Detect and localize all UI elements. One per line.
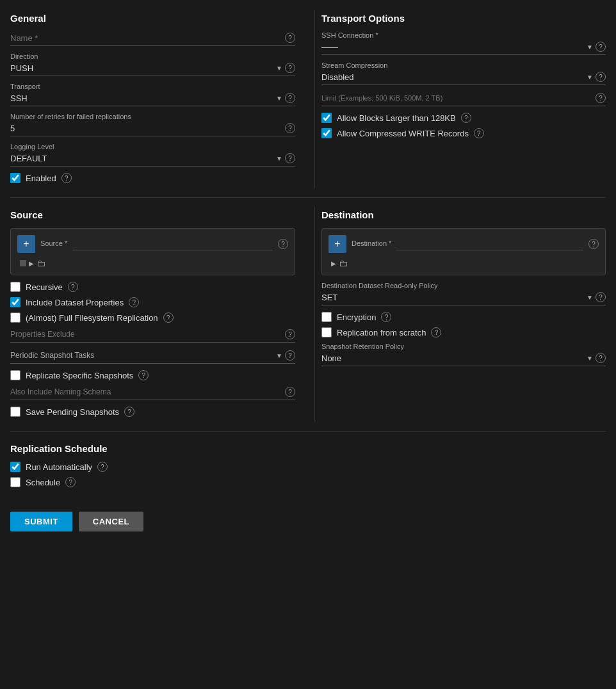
full-filesystem-row: (Almost) Full Filesystem Replication ? xyxy=(10,312,295,323)
source-field-label: Source * xyxy=(40,239,67,247)
enabled-help-icon[interactable]: ? xyxy=(61,173,72,183)
retention-select[interactable]: None Same as Source Custom xyxy=(321,353,587,363)
encryption-label: Encryption xyxy=(337,312,376,322)
full-filesystem-help-icon[interactable]: ? xyxy=(163,312,174,323)
include-dataset-help-icon[interactable]: ? xyxy=(129,297,139,307)
dest-field-label: Destination * xyxy=(352,239,391,247)
source-box: + Source * ? ▶ 🗀 xyxy=(10,228,295,275)
transport-help-icon[interactable]: ? xyxy=(285,93,295,103)
form-buttons: SUBMIT CANCEL xyxy=(10,505,606,531)
schedule-title: Replication Schedule xyxy=(10,443,606,454)
ssh-help-icon[interactable]: ? xyxy=(596,42,606,52)
logging-help-icon[interactable]: ? xyxy=(285,153,295,163)
readonly-select[interactable]: SET REQUIRE IGNORE xyxy=(321,293,587,302)
encryption-checkbox[interactable] xyxy=(321,312,332,322)
run-auto-help-icon[interactable]: ? xyxy=(97,462,108,472)
schedule-checkbox[interactable] xyxy=(10,477,20,487)
name-input[interactable] xyxy=(10,33,285,43)
allow-compressed-help-icon[interactable]: ? xyxy=(474,128,484,138)
run-auto-checkbox[interactable] xyxy=(10,462,20,472)
cancel-button[interactable]: CANCEL xyxy=(79,512,143,531)
stream-help-icon[interactable]: ? xyxy=(596,72,606,82)
ssh-select[interactable]: —— xyxy=(321,42,587,52)
naming-schema-help-icon[interactable]: ? xyxy=(285,387,295,397)
transport-label: Transport xyxy=(10,83,295,90)
schedule-help-icon[interactable]: ? xyxy=(65,477,76,487)
retries-label: Number of retries for failed replication… xyxy=(10,113,295,120)
save-pending-checkbox[interactable] xyxy=(10,407,20,417)
source-add-button[interactable]: + xyxy=(17,235,35,253)
limit-input[interactable] xyxy=(321,94,596,102)
allow-blocks-help-icon[interactable]: ? xyxy=(461,113,471,123)
allow-blocks-checkbox[interactable] xyxy=(321,113,332,123)
source-tree-arrow[interactable]: ▶ xyxy=(29,260,34,267)
replication-scratch-help-icon[interactable]: ? xyxy=(431,327,441,337)
retention-help-icon[interactable]: ? xyxy=(596,353,606,363)
recursive-checkbox[interactable] xyxy=(10,282,20,292)
destination-add-button[interactable]: + xyxy=(328,235,346,253)
allow-compressed-row: Allow Compressed WRITE Records ? xyxy=(321,128,606,138)
general-title: General xyxy=(10,13,295,24)
replicate-specific-help-icon[interactable]: ? xyxy=(138,370,149,380)
stream-dropdown-arrow: ▼ xyxy=(587,74,593,81)
retries-help-icon[interactable]: ? xyxy=(285,123,295,133)
allow-blocks-label: Allow Blocks Larger than 128KB xyxy=(337,113,456,123)
recursive-help-icon[interactable]: ? xyxy=(68,282,78,292)
properties-exclude-group: ? xyxy=(10,328,295,343)
recursive-row: Recursive ? xyxy=(10,282,295,292)
schedule-row: Schedule ? xyxy=(10,477,606,487)
readonly-help-icon[interactable]: ? xyxy=(596,292,606,302)
destination-help-icon[interactable]: ? xyxy=(588,239,599,249)
enabled-row: Enabled ? xyxy=(10,173,295,183)
schedule-section: Replication Schedule Run Automatically ?… xyxy=(10,441,606,492)
source-help-icon[interactable]: ? xyxy=(278,239,288,249)
retries-field-group: Number of retries for failed replication… xyxy=(10,113,295,136)
retries-input[interactable] xyxy=(10,124,285,133)
readonly-field-group: Destination Dataset Read-only Policy SET… xyxy=(321,282,606,305)
readonly-dropdown-arrow: ▼ xyxy=(587,294,593,301)
logging-select[interactable]: DEFAULT DEBUG INFO WARNING ERROR CRITICA… xyxy=(10,154,276,163)
include-dataset-checkbox[interactable] xyxy=(10,297,20,307)
stream-select[interactable]: Disabled LZ4 PIGZ PLZIP XZ xyxy=(321,72,587,82)
direction-field-group: Direction PUSH PULL ▼ ? xyxy=(10,53,295,76)
stream-label: Stream Compression xyxy=(321,61,606,69)
properties-exclude-help-icon[interactable]: ? xyxy=(285,329,295,339)
periodic-help-icon[interactable]: ? xyxy=(285,350,295,361)
transport-select[interactable]: SSH NETCAT LOCAL xyxy=(10,93,276,103)
source-title: Source xyxy=(10,209,295,220)
allow-compressed-checkbox[interactable] xyxy=(321,128,332,138)
encryption-help-icon[interactable]: ? xyxy=(381,312,391,322)
source-tree-square xyxy=(20,260,26,266)
save-pending-row: Save Pending Snapshots ? xyxy=(10,407,295,417)
name-field-group: ? xyxy=(10,31,295,46)
stream-field-group: Stream Compression Disabled LZ4 PIGZ PLZ… xyxy=(321,61,606,85)
limit-field-group: ? xyxy=(321,92,606,106)
destination-input[interactable] xyxy=(396,238,583,250)
full-filesystem-checkbox[interactable] xyxy=(10,312,20,323)
run-auto-label: Run Automatically xyxy=(26,462,92,472)
limit-help-icon[interactable]: ? xyxy=(596,93,606,103)
source-input[interactable] xyxy=(72,238,273,250)
save-pending-help-icon[interactable]: ? xyxy=(124,407,134,417)
schedule-label: Schedule xyxy=(26,478,60,487)
replicate-specific-checkbox[interactable] xyxy=(10,370,20,380)
properties-exclude-input[interactable] xyxy=(10,330,285,339)
direction-select[interactable]: PUSH PULL xyxy=(10,63,276,73)
enabled-checkbox[interactable] xyxy=(10,173,20,183)
replication-scratch-checkbox[interactable] xyxy=(321,327,332,337)
periodic-select[interactable]: Periodic Snapshot Tasks xyxy=(10,351,276,360)
naming-schema-input[interactable] xyxy=(10,387,285,396)
run-auto-row: Run Automatically ? xyxy=(10,462,606,472)
readonly-label: Destination Dataset Read-only Policy xyxy=(321,282,606,289)
name-help-icon[interactable]: ? xyxy=(285,33,295,43)
direction-help-icon[interactable]: ? xyxy=(285,63,295,73)
transport-options-title: Transport Options xyxy=(321,13,606,24)
ssh-dropdown-arrow: ▼ xyxy=(587,44,593,51)
submit-button[interactable]: SUBMIT xyxy=(10,512,72,531)
destination-tree-arrow[interactable]: ▶ xyxy=(331,260,336,267)
transport-field-group: Transport SSH NETCAT LOCAL ▼ ? xyxy=(10,83,295,106)
destination-folder-icon: 🗀 xyxy=(339,258,348,268)
save-pending-label: Save Pending Snapshots xyxy=(26,407,119,417)
direction-label: Direction xyxy=(10,53,295,60)
encryption-row: Encryption ? xyxy=(321,312,606,322)
